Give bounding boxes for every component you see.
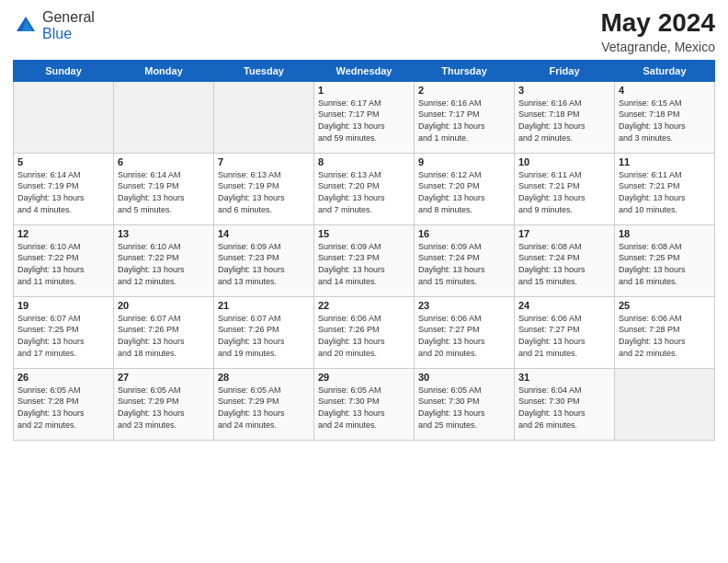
day-number: 25: [619, 300, 711, 311]
day-number: 20: [118, 300, 210, 311]
calendar-cell: 13Sunrise: 6:10 AMSunset: 7:22 PMDayligh…: [114, 224, 214, 296]
calendar-cell: 27Sunrise: 6:05 AMSunset: 7:29 PMDayligh…: [114, 368, 214, 440]
col-tuesday: Tuesday: [214, 60, 314, 81]
day-number: 5: [17, 156, 109, 167]
day-number: 18: [619, 228, 711, 239]
day-info: Sunrise: 6:05 AMSunset: 7:30 PMDaylight:…: [318, 385, 410, 431]
day-info: Sunrise: 6:07 AMSunset: 7:26 PMDaylight:…: [218, 313, 310, 359]
day-info: Sunrise: 6:06 AMSunset: 7:28 PMDaylight:…: [619, 313, 711, 359]
day-info: Sunrise: 6:13 AMSunset: 7:19 PMDaylight:…: [218, 169, 310, 215]
day-info: Sunrise: 6:15 AMSunset: 7:18 PMDaylight:…: [619, 98, 711, 144]
day-info: Sunrise: 6:10 AMSunset: 7:22 PMDaylight:…: [17, 241, 109, 287]
day-info: Sunrise: 6:06 AMSunset: 7:26 PMDaylight:…: [318, 313, 410, 359]
day-info: Sunrise: 6:09 AMSunset: 7:23 PMDaylight:…: [318, 241, 410, 287]
title-block: May 2024 Vetagrande, Mexico: [600, 9, 715, 54]
calendar-page: General Blue May 2024 Vetagrande, Mexico…: [0, 0, 728, 563]
calendar-cell: [214, 81, 314, 153]
day-number: 12: [17, 228, 109, 239]
day-number: 1: [318, 85, 410, 96]
calendar-week-3: 12Sunrise: 6:10 AMSunset: 7:22 PMDayligh…: [14, 224, 715, 296]
calendar-cell: 20Sunrise: 6:07 AMSunset: 7:26 PMDayligh…: [114, 296, 214, 368]
calendar-cell: 23Sunrise: 6:06 AMSunset: 7:27 PMDayligh…: [415, 296, 515, 368]
day-number: 11: [619, 156, 711, 167]
logo-icon: [13, 13, 39, 39]
header: General Blue May 2024 Vetagrande, Mexico: [13, 9, 715, 54]
calendar-week-5: 26Sunrise: 6:05 AMSunset: 7:28 PMDayligh…: [14, 368, 715, 440]
day-number: 26: [17, 372, 109, 383]
calendar-cell: 2Sunrise: 6:16 AMSunset: 7:17 PMDaylight…: [415, 81, 515, 153]
day-number: 8: [318, 156, 410, 167]
calendar-week-4: 19Sunrise: 6:07 AMSunset: 7:25 PMDayligh…: [14, 296, 715, 368]
day-number: 17: [518, 228, 610, 239]
day-info: Sunrise: 6:05 AMSunset: 7:30 PMDaylight:…: [418, 385, 510, 431]
col-saturday: Saturday: [615, 60, 715, 81]
calendar-cell: 19Sunrise: 6:07 AMSunset: 7:25 PMDayligh…: [14, 296, 114, 368]
calendar-cell: 29Sunrise: 6:05 AMSunset: 7:30 PMDayligh…: [314, 368, 415, 440]
day-info: Sunrise: 6:09 AMSunset: 7:24 PMDaylight:…: [418, 241, 510, 287]
calendar-cell: 17Sunrise: 6:08 AMSunset: 7:24 PMDayligh…: [515, 224, 615, 296]
day-info: Sunrise: 6:16 AMSunset: 7:17 PMDaylight:…: [418, 98, 510, 144]
day-info: Sunrise: 6:06 AMSunset: 7:27 PMDaylight:…: [418, 313, 510, 359]
calendar-cell: 12Sunrise: 6:10 AMSunset: 7:22 PMDayligh…: [14, 224, 114, 296]
calendar-cell: 9Sunrise: 6:12 AMSunset: 7:20 PMDaylight…: [415, 153, 515, 224]
calendar-cell: 21Sunrise: 6:07 AMSunset: 7:26 PMDayligh…: [214, 296, 314, 368]
calendar-cell: 1Sunrise: 6:17 AMSunset: 7:17 PMDaylight…: [314, 81, 415, 153]
calendar-week-2: 5Sunrise: 6:14 AMSunset: 7:19 PMDaylight…: [14, 153, 715, 224]
day-info: Sunrise: 6:11 AMSunset: 7:21 PMDaylight:…: [518, 169, 610, 215]
logo: General Blue: [13, 9, 95, 42]
calendar-cell: 25Sunrise: 6:06 AMSunset: 7:28 PMDayligh…: [615, 296, 715, 368]
calendar-cell: 7Sunrise: 6:13 AMSunset: 7:19 PMDaylight…: [214, 153, 314, 224]
day-info: Sunrise: 6:09 AMSunset: 7:23 PMDaylight:…: [218, 241, 310, 287]
col-sunday: Sunday: [14, 60, 114, 81]
calendar-cell: 15Sunrise: 6:09 AMSunset: 7:23 PMDayligh…: [314, 224, 415, 296]
day-number: 28: [218, 372, 310, 383]
day-number: 30: [418, 372, 510, 383]
calendar-cell: 28Sunrise: 6:05 AMSunset: 7:29 PMDayligh…: [214, 368, 314, 440]
calendar-cell: 3Sunrise: 6:16 AMSunset: 7:18 PMDaylight…: [515, 81, 615, 153]
day-number: 19: [17, 300, 109, 311]
calendar-week-1: 1Sunrise: 6:17 AMSunset: 7:17 PMDaylight…: [14, 81, 715, 153]
day-number: 10: [518, 156, 610, 167]
calendar-cell: 22Sunrise: 6:06 AMSunset: 7:26 PMDayligh…: [314, 296, 415, 368]
calendar-cell: 8Sunrise: 6:13 AMSunset: 7:20 PMDaylight…: [314, 153, 415, 224]
col-monday: Monday: [114, 60, 214, 81]
location: Vetagrande, Mexico: [600, 40, 715, 54]
day-number: 2: [418, 85, 510, 96]
day-number: 24: [518, 300, 610, 311]
day-number: 14: [218, 228, 310, 239]
day-info: Sunrise: 6:05 AMSunset: 7:29 PMDaylight:…: [118, 385, 210, 431]
day-info: Sunrise: 6:11 AMSunset: 7:21 PMDaylight:…: [619, 169, 711, 215]
calendar-cell: 10Sunrise: 6:11 AMSunset: 7:21 PMDayligh…: [515, 153, 615, 224]
day-info: Sunrise: 6:14 AMSunset: 7:19 PMDaylight:…: [17, 169, 109, 215]
calendar-cell: 30Sunrise: 6:05 AMSunset: 7:30 PMDayligh…: [415, 368, 515, 440]
day-info: Sunrise: 6:08 AMSunset: 7:24 PMDaylight:…: [518, 241, 610, 287]
day-number: 16: [418, 228, 510, 239]
calendar-cell: 4Sunrise: 6:15 AMSunset: 7:18 PMDaylight…: [615, 81, 715, 153]
calendar-cell: 26Sunrise: 6:05 AMSunset: 7:28 PMDayligh…: [14, 368, 114, 440]
day-info: Sunrise: 6:06 AMSunset: 7:27 PMDaylight:…: [518, 313, 610, 359]
day-info: Sunrise: 6:07 AMSunset: 7:26 PMDaylight:…: [118, 313, 210, 359]
day-info: Sunrise: 6:12 AMSunset: 7:20 PMDaylight:…: [418, 169, 510, 215]
calendar-table: Sunday Monday Tuesday Wednesday Thursday…: [13, 60, 715, 441]
day-info: Sunrise: 6:04 AMSunset: 7:30 PMDaylight:…: [518, 385, 610, 431]
day-info: Sunrise: 6:13 AMSunset: 7:20 PMDaylight:…: [318, 169, 410, 215]
day-number: 27: [118, 372, 210, 383]
day-number: 15: [318, 228, 410, 239]
calendar-cell: 16Sunrise: 6:09 AMSunset: 7:24 PMDayligh…: [415, 224, 515, 296]
col-wednesday: Wednesday: [314, 60, 415, 81]
col-friday: Friday: [515, 60, 615, 81]
day-info: Sunrise: 6:05 AMSunset: 7:28 PMDaylight:…: [17, 385, 109, 431]
calendar-cell: [114, 81, 214, 153]
day-number: 7: [218, 156, 310, 167]
calendar-cell: 24Sunrise: 6:06 AMSunset: 7:27 PMDayligh…: [515, 296, 615, 368]
day-info: Sunrise: 6:14 AMSunset: 7:19 PMDaylight:…: [118, 169, 210, 215]
calendar-cell: 14Sunrise: 6:09 AMSunset: 7:23 PMDayligh…: [214, 224, 314, 296]
day-number: 6: [118, 156, 210, 167]
day-number: 31: [518, 372, 610, 383]
day-info: Sunrise: 6:08 AMSunset: 7:25 PMDaylight:…: [619, 241, 711, 287]
day-number: 3: [518, 85, 610, 96]
day-number: 9: [418, 156, 510, 167]
day-info: Sunrise: 6:07 AMSunset: 7:25 PMDaylight:…: [17, 313, 109, 359]
day-info: Sunrise: 6:17 AMSunset: 7:17 PMDaylight:…: [318, 98, 410, 144]
day-number: 29: [318, 372, 410, 383]
